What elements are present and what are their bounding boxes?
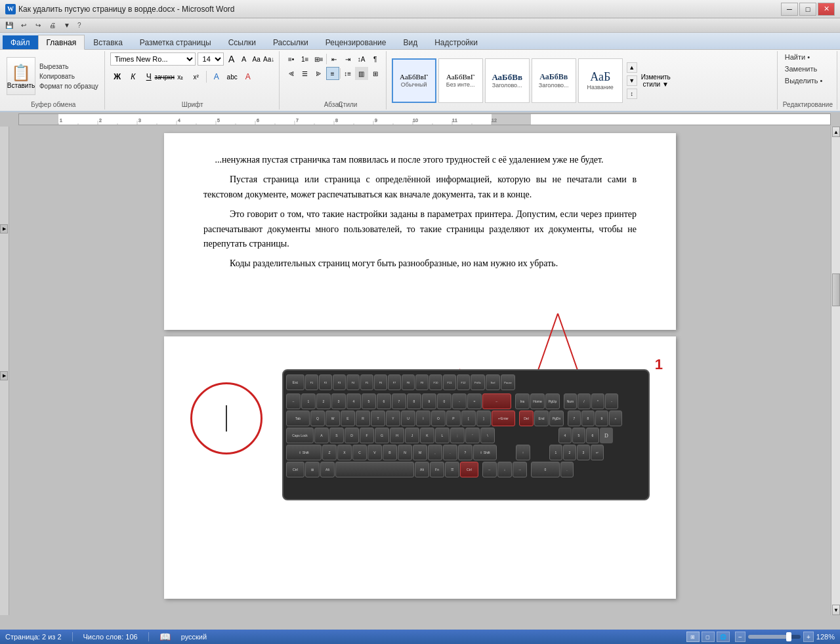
print-preview-button[interactable]: 🖨 bbox=[46, 20, 59, 31]
align-center-button[interactable]: ☰ bbox=[299, 67, 312, 80]
key-num8: 8 bbox=[581, 411, 595, 426]
style-name: Название bbox=[587, 84, 614, 91]
zoom-slider[interactable] bbox=[748, 635, 801, 639]
paragraph-3: Коды разделительных страниц могут быть р… bbox=[203, 256, 637, 271]
font-name-select[interactable]: Times New Ro... bbox=[110, 52, 196, 66]
tab-insert[interactable]: Вставка bbox=[85, 35, 131, 49]
zoom-out-button[interactable]: − bbox=[735, 632, 746, 642]
sort-button[interactable]: ↕A bbox=[355, 52, 368, 66]
strikethrough-button[interactable]: зачркн bbox=[158, 70, 172, 84]
text-effects-button[interactable]: A bbox=[209, 70, 224, 84]
paste-icon: 📋 bbox=[11, 64, 31, 82]
font-size-select[interactable]: 14 bbox=[198, 52, 224, 66]
bold-button[interactable]: Ж bbox=[110, 70, 125, 84]
scrollbar-vertical[interactable]: ▲ ▼ bbox=[831, 127, 840, 615]
font-color-button[interactable]: A bbox=[241, 70, 255, 84]
numbering-button[interactable]: 1≡ bbox=[299, 52, 312, 66]
left-margin-btn-1[interactable]: ▶ bbox=[0, 224, 8, 233]
underline-button[interactable]: Ч bbox=[142, 70, 156, 84]
key-num1: 1 bbox=[549, 445, 562, 460]
style-no-spacing[interactable]: АаБбВвГ Без инте... bbox=[438, 58, 483, 103]
align-left-button[interactable]: ⫷ bbox=[285, 67, 298, 80]
kb-empty1 bbox=[510, 428, 524, 443]
key-pause: Pause bbox=[501, 374, 515, 390]
superscript-button[interactable]: x² bbox=[189, 70, 203, 84]
style-normal[interactable]: АаБбВвГ Обычный bbox=[392, 58, 436, 103]
subscript-button[interactable]: x₂ bbox=[173, 70, 188, 84]
find-button[interactable]: Найти • bbox=[783, 52, 825, 62]
borders-button[interactable]: ⊞ bbox=[369, 67, 382, 80]
align-justify-button[interactable]: ≡ bbox=[326, 67, 339, 80]
key-num2: 2 bbox=[563, 445, 576, 460]
style-title[interactable]: АаБ Название bbox=[578, 58, 623, 103]
key-scroll: Scrl bbox=[486, 374, 500, 390]
select-button[interactable]: Выделить • bbox=[783, 76, 825, 85]
font-increase-button[interactable]: A bbox=[226, 53, 238, 65]
redo-button[interactable]: ↪ bbox=[32, 20, 45, 31]
page-info: Страница: 2 из 2 bbox=[5, 633, 62, 641]
close-button[interactable]: ✕ bbox=[818, 3, 835, 16]
clear-format-button[interactable]: Аа bbox=[251, 53, 262, 65]
key-home: Home bbox=[530, 393, 545, 409]
cut-button[interactable]: Вырезать bbox=[37, 62, 100, 71]
key-2: 2 bbox=[316, 393, 331, 409]
save-button[interactable]: 💾 bbox=[3, 20, 16, 31]
key-f3: F3 bbox=[333, 374, 346, 390]
svg-text:7: 7 bbox=[296, 118, 299, 123]
italic-button[interactable]: К bbox=[126, 70, 140, 84]
quick-access-dropdown[interactable]: ▼ bbox=[60, 20, 74, 31]
styles-more[interactable]: ↕ bbox=[627, 89, 637, 99]
align-right-button[interactable]: ⫸ bbox=[312, 67, 326, 80]
web-layout-button[interactable]: 🌐 bbox=[717, 632, 730, 642]
tab-home[interactable]: Главная bbox=[38, 35, 85, 50]
font-decrease-button[interactable]: A bbox=[238, 53, 250, 65]
tab-review[interactable]: Рецензирование bbox=[317, 35, 395, 49]
full-screen-button[interactable]: ◻ bbox=[702, 632, 715, 642]
copy-button[interactable]: Копировать bbox=[37, 72, 100, 81]
language-status[interactable]: русский bbox=[181, 633, 207, 641]
zoom-in-button[interactable]: + bbox=[803, 632, 814, 642]
style-heading2[interactable]: АаБбВв Заголово... bbox=[532, 58, 576, 103]
tab-addins[interactable]: Надстройки bbox=[426, 35, 486, 49]
multilevel-button[interactable]: ⊞≡ bbox=[312, 52, 326, 66]
highlight-button[interactable]: abc bbox=[225, 70, 240, 84]
scroll-down-button[interactable]: ▼ bbox=[832, 605, 840, 615]
zoom-thumb[interactable] bbox=[786, 632, 791, 641]
tab-mailings[interactable]: Рассылки bbox=[264, 35, 317, 49]
format-painter-button[interactable]: Формат по образцу bbox=[37, 82, 100, 91]
key-t: T bbox=[371, 411, 385, 426]
styles-scroll-up[interactable]: ▲ bbox=[627, 62, 637, 73]
maximize-button[interactable]: □ bbox=[799, 3, 816, 16]
key-1: 1 bbox=[301, 393, 316, 409]
styles-scroll-down[interactable]: ▼ bbox=[627, 75, 637, 86]
decrease-indent-button[interactable]: ⇤ bbox=[327, 52, 341, 66]
style-heading1[interactable]: АаБбВв Заголово... bbox=[485, 58, 530, 103]
line-spacing-button[interactable]: ↕≡ bbox=[341, 67, 354, 80]
spell-check-icon[interactable]: 📖 bbox=[159, 632, 171, 642]
left-margin-btn-2[interactable]: ▶ bbox=[0, 371, 8, 380]
paste-button[interactable]: 📋 Вставить bbox=[7, 57, 35, 95]
shading-button[interactable]: ▥ bbox=[355, 67, 368, 80]
styles-group: АаБбВвГ Обычный АаБбВвГ Без инте... АаБб… bbox=[388, 51, 778, 110]
scroll-up-button[interactable]: ▲ bbox=[832, 127, 840, 137]
print-layout-button[interactable]: ⊞ bbox=[686, 632, 700, 642]
tab-file[interactable]: Файл bbox=[3, 35, 38, 49]
tab-references[interactable]: Ссылки bbox=[220, 35, 264, 49]
style-preview: АаБбВв bbox=[539, 72, 568, 81]
show-marks-button[interactable]: ¶ bbox=[369, 52, 382, 66]
kb-gap9 bbox=[479, 462, 482, 477]
editing-content: Найти • Заменить Выделить • bbox=[783, 52, 825, 100]
tab-layout[interactable]: Разметка страницы bbox=[131, 35, 220, 49]
undo-button[interactable]: ↩ bbox=[17, 20, 30, 31]
increase-indent-button[interactable]: ⇥ bbox=[341, 52, 354, 66]
key-equals: = bbox=[467, 393, 482, 409]
minimize-button[interactable]: ─ bbox=[781, 3, 798, 16]
change-case-button[interactable]: Аа↓ bbox=[263, 53, 275, 65]
change-styles-button[interactable]: Изменитьстили ▼ bbox=[640, 72, 672, 89]
scroll-thumb[interactable] bbox=[832, 273, 840, 306]
document-area: ...ненужная пустая страничка там появила… bbox=[0, 127, 840, 630]
replace-button[interactable]: Заменить bbox=[783, 64, 825, 73]
key-f11: F11 bbox=[443, 374, 456, 390]
bullets-button[interactable]: ≡• bbox=[285, 52, 298, 66]
tab-view[interactable]: Вид bbox=[394, 35, 426, 49]
